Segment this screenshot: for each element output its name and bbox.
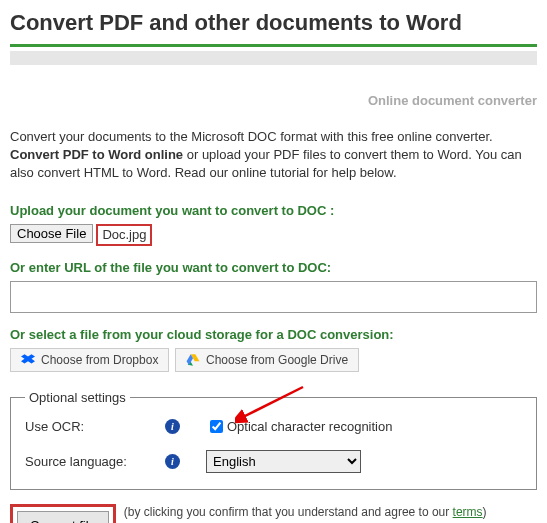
optional-settings-fieldset: Optional settings Use OCR: i Optical cha… bbox=[10, 390, 537, 490]
divider-green bbox=[10, 44, 537, 47]
terms-link[interactable]: terms bbox=[453, 505, 483, 519]
ocr-text: Optical character recognition bbox=[227, 419, 392, 434]
fineprint-post: ) bbox=[483, 505, 487, 519]
intro-paragraph: Convert your documents to the Microsoft … bbox=[10, 128, 537, 183]
fineprint-pre: (by clicking you confirm that you unders… bbox=[124, 505, 453, 519]
upload-heading: Upload your document you want to convert… bbox=[10, 203, 537, 218]
intro-bold: Convert PDF to Word online bbox=[10, 147, 183, 162]
cloud-heading: Or select a file from your cloud storage… bbox=[10, 327, 537, 342]
page-title: Convert PDF and other documents to Word bbox=[10, 10, 537, 36]
google-drive-icon bbox=[186, 353, 200, 367]
convert-file-button[interactable]: Convert file bbox=[17, 511, 109, 523]
url-input[interactable] bbox=[10, 281, 537, 313]
choose-gdrive-button[interactable]: Choose from Google Drive bbox=[175, 348, 359, 372]
dropbox-label: Choose from Dropbox bbox=[41, 353, 158, 367]
divider-grey bbox=[10, 51, 537, 65]
gdrive-label: Choose from Google Drive bbox=[206, 353, 348, 367]
url-heading: Or enter URL of the file you want to con… bbox=[10, 260, 537, 275]
convert-highlight: Convert file bbox=[10, 504, 116, 523]
ocr-row-label: Use OCR: bbox=[25, 419, 165, 434]
intro-pre: Convert your documents to the Microsoft … bbox=[10, 129, 493, 144]
info-icon[interactable]: i bbox=[165, 419, 180, 434]
ocr-checkbox[interactable] bbox=[210, 420, 223, 433]
optional-legend: Optional settings bbox=[25, 390, 130, 405]
choose-file-button[interactable]: Choose File bbox=[10, 224, 93, 243]
subheading: Online document converter bbox=[10, 93, 537, 108]
selected-file-name: Doc.jpg bbox=[96, 224, 152, 246]
dropbox-icon bbox=[21, 353, 35, 367]
source-language-select[interactable]: English bbox=[206, 450, 361, 473]
lang-row-label: Source language: bbox=[25, 454, 165, 469]
choose-dropbox-button[interactable]: Choose from Dropbox bbox=[10, 348, 169, 372]
info-icon[interactable]: i bbox=[165, 454, 180, 469]
fineprint: (by clicking you confirm that you unders… bbox=[124, 504, 487, 521]
